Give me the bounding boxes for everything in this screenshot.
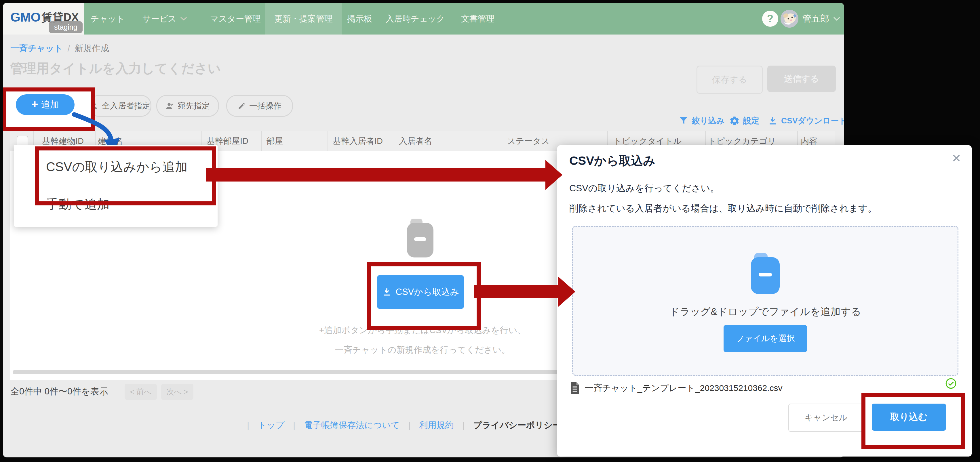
folder-icon-blue [751, 253, 780, 294]
nav-item-service[interactable]: サービス [142, 3, 188, 35]
close-icon[interactable]: × [952, 151, 961, 165]
breadcrumb: 一斉チャット / 新規作成 [10, 43, 109, 54]
pagination-summary: 全0件中 0件〜0件を表示 [10, 386, 108, 398]
csv-import-label: CSVから取込み [396, 286, 459, 298]
annotation-box-dropdown-csv [35, 146, 216, 205]
import-icon [382, 287, 392, 297]
modal-title: CSVから取込み [569, 153, 655, 169]
col-header-resident-id: 基幹入居者ID [333, 131, 383, 151]
nav-item-movein-check[interactable]: 入居時チェック [386, 3, 445, 35]
file-name-label: 一斉チャット_テンプレート_20230315210362.csv [585, 382, 783, 394]
bulk-actions-button[interactable]: 一括操作 [226, 95, 293, 117]
add-button[interactable]: + 追加 [16, 94, 75, 115]
csv-import-button[interactable]: CSVから取込み [377, 275, 464, 309]
column-separator [394, 131, 394, 151]
footer-link-top[interactable]: トップ [258, 419, 284, 431]
logo-gmo: GMO [10, 10, 41, 25]
recipients-label: 宛先指定 [178, 100, 210, 111]
footer-link-terms[interactable]: 利用規約 [419, 419, 454, 431]
col-header-status: ステータス [507, 131, 550, 151]
column-separator [328, 131, 328, 151]
footer-link-denshi[interactable]: 電子帳簿保存法について [304, 419, 400, 431]
uploaded-file-row: 一斉チャット_テンプレート_20230315210362.csv [569, 382, 783, 394]
col-header-resident-name: 入居者名 [399, 131, 432, 151]
file-dropzone[interactable]: ドラッグ&ドロップでファイルを追加する ファイルを選択 [572, 226, 958, 376]
nav-item-board[interactable]: 掲示板 [347, 3, 372, 35]
cancel-button[interactable]: キャンセル [788, 403, 864, 432]
footer-link-privacy[interactable]: プライバシーポリシー [473, 419, 561, 431]
person-check-icon [165, 102, 174, 110]
column-separator [504, 131, 504, 151]
select-file-button[interactable]: ファイルを選択 [724, 325, 807, 352]
all-residents-button[interactable]: 全入居者指定 [89, 95, 151, 117]
nav-item-service-label: サービス [142, 3, 177, 35]
gear-icon [729, 116, 740, 126]
modal-description-2: 削除されている入居者がいる場合は、取り込み時に自動で削除されます。 [569, 202, 877, 215]
nav-item-chat[interactable]: チャット [91, 3, 125, 35]
admin-title-input[interactable]: 管理用タイトルを入力してください [10, 60, 221, 77]
breadcrumb-separator: / [68, 44, 70, 54]
pagination-prev-button[interactable]: < 前へ [125, 384, 157, 400]
settings-button[interactable]: 設定 [729, 114, 759, 128]
pagination-next-button[interactable]: 次へ > [161, 384, 193, 400]
file-document-icon [569, 382, 580, 394]
csv-download-button[interactable]: CSVダウンロード [768, 114, 844, 128]
save-button[interactable]: 保存する [697, 65, 763, 94]
funnel-icon [679, 116, 689, 126]
nav-item-documents[interactable]: 文書管理 [461, 3, 495, 35]
download-icon [768, 116, 778, 126]
folder-icon-gray [407, 219, 433, 257]
breadcrumb-parent-link[interactable]: 一斉チャット [10, 43, 63, 54]
breadcrumb-current: 新規作成 [75, 43, 109, 54]
col-header-room: 部屋 [267, 131, 283, 151]
user-menu[interactable]: 管五郎 [802, 3, 841, 35]
footer-separator: | [247, 421, 249, 430]
check-circle-icon [945, 378, 957, 389]
dropzone-text: ドラッグ&ドロップでファイルを追加する [573, 305, 958, 318]
footer-separator: | [293, 421, 295, 430]
footer-separator: | [409, 421, 411, 430]
staging-badge: staging [49, 21, 83, 33]
top-navbar: GMO 賃貸DX staging チャット サービス マスター管理 更新・提案管… [3, 3, 844, 35]
help-icon[interactable]: ? [762, 11, 778, 27]
add-label: 追加 [41, 98, 59, 111]
settings-label: 設定 [743, 115, 759, 126]
all-residents-label: 全入居者指定 [102, 100, 150, 111]
modal-description-1: CSVの取り込みを行ってください。 [569, 182, 719, 195]
user-name-label: 管五郎 [802, 3, 829, 35]
nav-item-renewal-active[interactable]: 更新・提案管理 [266, 3, 342, 35]
filter-button[interactable]: 絞り込み [679, 114, 724, 128]
send-button[interactable]: 送信する [767, 65, 836, 92]
chevron-down-icon [833, 16, 841, 22]
column-separator [261, 131, 262, 151]
footer-separator: | [463, 421, 465, 430]
annotation-box-import-confirm [861, 393, 965, 449]
chevron-down-icon [180, 16, 188, 21]
bulk-actions-label: 一括操作 [249, 100, 282, 111]
screenshot-canvas: GMO 賃貸DX staging チャット サービス マスター管理 更新・提案管… [0, 0, 980, 462]
filter-label: 絞り込み [692, 115, 724, 126]
pencil-icon [238, 102, 246, 110]
nav-item-master[interactable]: マスター管理 [210, 3, 261, 35]
csv-download-label: CSVダウンロード [781, 115, 844, 126]
user-avatar[interactable] [781, 10, 799, 28]
recipients-button[interactable]: 宛先指定 [156, 95, 219, 117]
